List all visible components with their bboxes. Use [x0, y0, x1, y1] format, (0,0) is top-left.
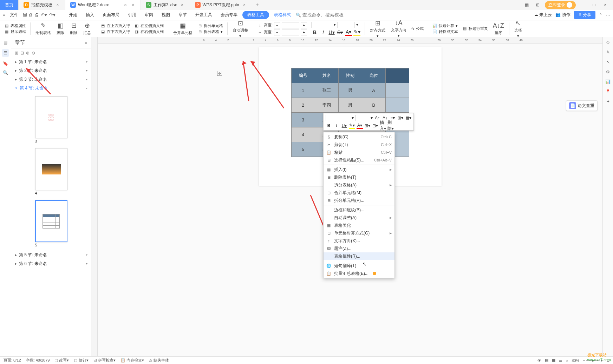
cloud-status[interactable]: ☁ 未上云	[534, 12, 552, 18]
outline-item[interactable]: ▶第 1 节: 未命名▾	[11, 58, 91, 66]
login-button[interactable]: 立即登录	[545, 1, 576, 9]
bookmark-icon[interactable]: 🔖	[3, 61, 8, 66]
menu-layout[interactable]: 页面布局	[99, 11, 123, 19]
close-window-icon[interactable]: ×	[601, 2, 609, 7]
coop-button[interactable]: 👥 协作	[555, 12, 570, 18]
merge-cells[interactable]: ▦合并单元格	[171, 22, 195, 35]
align-cell-icon[interactable]: ⊡▾	[372, 123, 378, 129]
save-icon[interactable]: 🖫	[22, 12, 27, 18]
font-color-icon[interactable]: A▾	[345, 29, 352, 36]
ctx-split-cell[interactable]: ⊟拆分单元格(P)...	[324, 197, 394, 204]
ppt-tab[interactable]: PWPS PPT教程.pptx×	[190, 0, 252, 10]
highlight-icon[interactable]: ✎▾	[353, 29, 360, 36]
print-preview-icon[interactable]: ⎙	[29, 12, 32, 18]
text-dir[interactable]: ↕A文字方向▾	[389, 20, 409, 37]
select-icon[interactable]: ↖	[606, 60, 610, 65]
show-borders-button[interactable]: ▦显示虚框	[4, 29, 26, 34]
insert-col-right[interactable]: ◨在右侧插入列	[134, 29, 164, 34]
share-button[interactable]: ⇪ 分享	[574, 11, 595, 19]
maximize-icon[interactable]: □	[590, 2, 598, 7]
menu-chapter[interactable]: 章节	[175, 11, 190, 19]
bold-icon[interactable]: B	[326, 123, 332, 129]
outline-item[interactable]: ▼第 4 节: 未命名▾	[11, 84, 91, 93]
strike-icon[interactable]: S▾	[337, 29, 344, 36]
word-tab[interactable]: WWord教程2.docx○×	[65, 0, 141, 10]
font-size[interactable]	[337, 22, 355, 28]
add-tab[interactable]: +	[252, 2, 262, 8]
summary[interactable]: ⊕汇总	[81, 22, 93, 35]
cell-icon[interactable]: ▦▾	[405, 115, 411, 121]
paper-check-button[interactable]: 📄 论文查重	[566, 100, 598, 111]
table-move-handle[interactable]: ✥	[217, 71, 222, 76]
menu-review[interactable]: 审阅	[141, 11, 157, 19]
insert-icon[interactable]: ⊞▾	[397, 115, 404, 121]
chevron-up-icon[interactable]: ⌃	[599, 13, 602, 18]
more-icon[interactable]: ⋯	[606, 13, 610, 18]
ctx-props[interactable]: 表格属性(R)...	[324, 252, 394, 260]
split-table[interactable]: ⊟拆分表格▾	[197, 29, 223, 34]
search-input[interactable]: 🔍	[296, 12, 345, 18]
ctx-border[interactable]: 边框和底纹(B)...	[324, 206, 394, 214]
ctx-beautify[interactable]: ▦表格美化	[324, 221, 394, 229]
app-icon[interactable]: ⊞	[534, 2, 542, 7]
ctx-align[interactable]: ⊡单元格对齐方式(G)▶	[324, 229, 394, 237]
menu-dev[interactable]: 开发工具	[192, 11, 216, 19]
page-thumb[interactable]	[35, 148, 67, 190]
ctx-copy[interactable]: ⎘复制(C)Ctrl+C	[324, 133, 394, 141]
draw-table[interactable]: ✎绘制表格	[33, 22, 53, 35]
width-input[interactable]	[282, 29, 299, 35]
repeat-header[interactable]: ▤标题行重复	[462, 26, 488, 31]
outline-item[interactable]: ▶第 6 节: 未命名▾	[11, 259, 91, 268]
font-selector[interactable]	[326, 115, 350, 121]
close-icon[interactable]: ×	[180, 2, 185, 7]
ctx-split-table[interactable]: 拆分表格(A)▶	[324, 181, 394, 189]
redo-icon[interactable]: ↷▾	[49, 12, 56, 18]
eraser[interactable]: ◧擦除	[54, 22, 66, 35]
undo-icon[interactable]: ↶▾	[41, 12, 47, 18]
font-color-icon[interactable]: A▾	[357, 123, 363, 129]
height-input[interactable]	[282, 22, 299, 28]
close-icon[interactable]: ×	[242, 2, 247, 7]
menu-table-tools[interactable]: 表格工具	[242, 11, 269, 19]
select-tool[interactable]: ↖选择▾	[512, 20, 524, 37]
menu-ref[interactable]: 引用	[124, 11, 140, 19]
border-icon[interactable]: ⊞▾	[364, 123, 371, 129]
highlight-icon[interactable]: ✎▾	[349, 123, 355, 129]
ctx-autofit[interactable]: 自动调整(A)▶	[324, 214, 394, 221]
menu-table-style[interactable]: 表格样式	[270, 11, 294, 19]
page-icon[interactable]: ▤	[4, 40, 7, 45]
close-pane-icon[interactable]: ×	[85, 40, 87, 46]
outline-item[interactable]: ▶第 3 节: 未命名▾	[11, 75, 91, 84]
delete-menu[interactable]: 删除▾	[387, 123, 394, 129]
page-thumb[interactable]: ▢▢▢▢▢▢▢▢▢	[35, 96, 67, 138]
ctx-paste[interactable]: 📋粘贴Ctrl+V	[324, 148, 394, 156]
edit-icon[interactable]: ✎	[606, 50, 610, 55]
table-props-button[interactable]: ▤表格属性	[4, 23, 26, 28]
print-icon[interactable]: 🖨	[34, 12, 39, 18]
page-thumb[interactable]	[35, 200, 67, 242]
insert-menu[interactable]: 插入▾	[380, 123, 386, 129]
ctx-insert[interactable]: ▦插入(I)▶	[324, 166, 394, 173]
grid-icon[interactable]: ▦	[522, 2, 531, 7]
sheet-tab[interactable]: S工作簿3.xlsx×	[141, 0, 190, 10]
insert-row-below[interactable]: ⬓在下方插入行	[100, 29, 130, 34]
bold-icon[interactable]: B	[311, 29, 318, 36]
italic-icon[interactable]: I	[320, 29, 327, 36]
close-icon[interactable]: ×	[131, 2, 136, 7]
home-tab[interactable]: 首页	[0, 0, 19, 10]
height-dec[interactable]: −	[274, 22, 280, 28]
menu-insert[interactable]: 插入	[82, 11, 98, 19]
ctx-caption[interactable]: 🖼题注(Z)...	[324, 245, 394, 252]
collapse-all-icon[interactable]: ⊟	[20, 51, 24, 55]
add-section-icon[interactable]: ⊕	[26, 51, 30, 55]
ctx-paste-special[interactable]: ⊞选择性粘贴(S)...Ctrl+Alt+V	[324, 156, 394, 164]
size-selector[interactable]	[355, 115, 369, 121]
minimize-icon[interactable]: —	[579, 2, 587, 7]
ctx-del-table[interactable]: ⊟删除表格(T)	[324, 173, 394, 181]
height-inc[interactable]: +	[301, 22, 307, 28]
ctx-merge[interactable]: ⊞合并单元格(M)	[324, 189, 394, 197]
menu-view[interactable]: 视图	[158, 11, 174, 19]
delete[interactable]: ⊟删除	[68, 22, 80, 35]
insert-col-left[interactable]: ◧在左侧插入列	[134, 23, 164, 28]
ctx-cut[interactable]: ✂剪切(T)Ctrl+X	[324, 141, 394, 148]
